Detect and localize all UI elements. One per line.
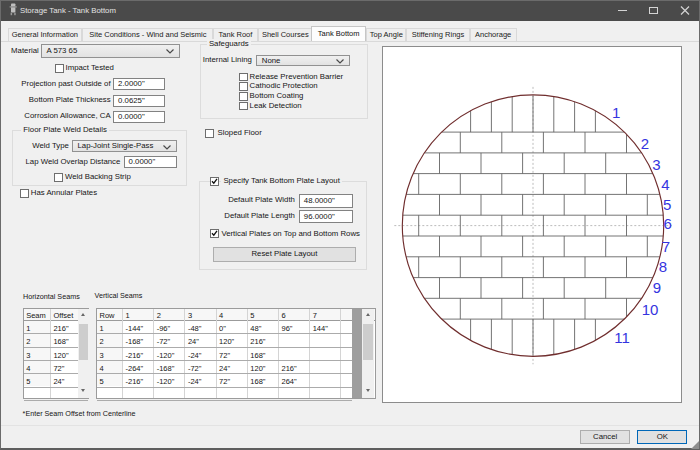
svg-text:4: 4 — [661, 176, 669, 193]
svg-text:7: 7 — [662, 238, 670, 255]
svg-text:3: 3 — [652, 156, 660, 173]
svg-text:8: 8 — [659, 258, 667, 275]
svg-text:6: 6 — [664, 215, 672, 232]
svg-text:5: 5 — [663, 196, 671, 213]
svg-text:2: 2 — [641, 135, 649, 152]
svg-text:1: 1 — [612, 104, 620, 121]
svg-text:9: 9 — [653, 278, 661, 295]
svg-text:10: 10 — [642, 301, 659, 318]
svg-text:11: 11 — [614, 329, 630, 346]
